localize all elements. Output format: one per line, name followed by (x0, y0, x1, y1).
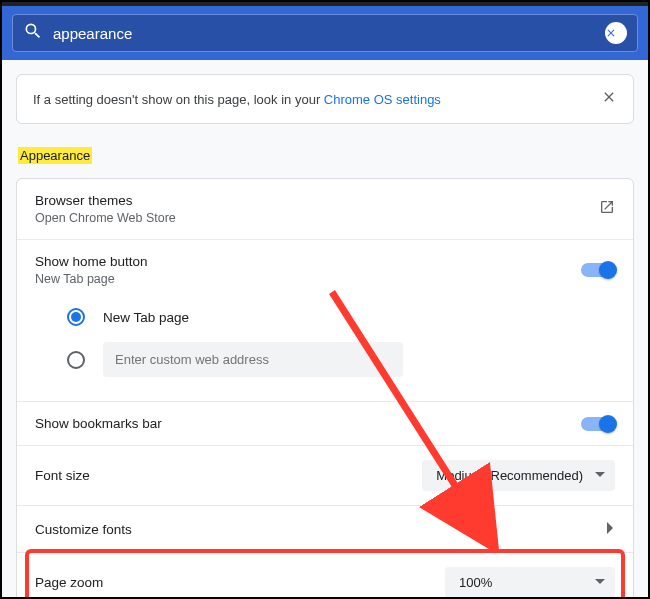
chrome-os-settings-link[interactable]: Chrome OS settings (324, 92, 441, 107)
page-zoom-dropdown[interactable]: 100% (445, 567, 615, 598)
info-text: If a setting doesn't show on this page, … (33, 92, 441, 107)
themes-sub: Open Chrome Web Store (35, 211, 176, 225)
close-icon (601, 89, 617, 105)
search-icon (23, 21, 53, 45)
page-zoom-value: 100% (459, 575, 492, 590)
show-bookmarks-row: Show bookmarks bar (17, 402, 633, 446)
browser-themes-row[interactable]: Browser themes Open Chrome Web Store (17, 179, 633, 240)
settings-body: If a setting doesn't show on this page, … (2, 60, 648, 599)
page-zoom-title: Page zoom (35, 575, 103, 590)
bookmarks-toggle[interactable] (581, 417, 615, 431)
customize-fonts-row[interactable]: Customize fonts (17, 506, 633, 553)
radio-icon (67, 308, 85, 326)
font-size-row: Font size Medium (Recommended) (17, 446, 633, 506)
themes-title: Browser themes (35, 193, 176, 208)
info-banner: If a setting doesn't show on this page, … (16, 74, 634, 124)
font-size-title: Font size (35, 468, 90, 483)
chevron-down-icon (595, 575, 605, 590)
show-home-button-row: Show home button New Tab page (17, 240, 633, 300)
radio-icon (67, 351, 85, 369)
font-size-dropdown[interactable]: Medium (Recommended) (422, 460, 615, 491)
radio-newtab-label: New Tab page (103, 310, 189, 325)
clear-search-button[interactable] (605, 22, 627, 44)
font-size-value: Medium (Recommended) (436, 468, 583, 483)
home-radio-custom[interactable] (35, 334, 615, 385)
customize-fonts-title: Customize fonts (35, 522, 132, 537)
info-prefix: If a setting doesn't show on this page, … (33, 92, 324, 107)
external-link-icon (599, 199, 615, 219)
section-header-appearance: Appearance (18, 147, 92, 164)
chevron-right-icon (607, 520, 615, 538)
chevron-down-icon (595, 468, 605, 483)
custom-address-input[interactable] (103, 342, 403, 377)
home-radio-newtab[interactable]: New Tab page (35, 300, 615, 334)
home-title: Show home button (35, 254, 148, 269)
search-input[interactable] (53, 25, 597, 42)
info-close-button[interactable] (601, 89, 617, 109)
page-zoom-row: Page zoom 100% (17, 553, 633, 599)
search-field-wrap[interactable] (12, 14, 638, 52)
bookmarks-title: Show bookmarks bar (35, 416, 162, 431)
close-icon (605, 26, 617, 40)
search-bar (2, 6, 648, 60)
appearance-card: Browser themes Open Chrome Web Store Sho… (16, 178, 634, 599)
home-sub: New Tab page (35, 272, 148, 286)
home-button-toggle[interactable] (581, 263, 615, 277)
home-radio-group: New Tab page (17, 300, 633, 402)
